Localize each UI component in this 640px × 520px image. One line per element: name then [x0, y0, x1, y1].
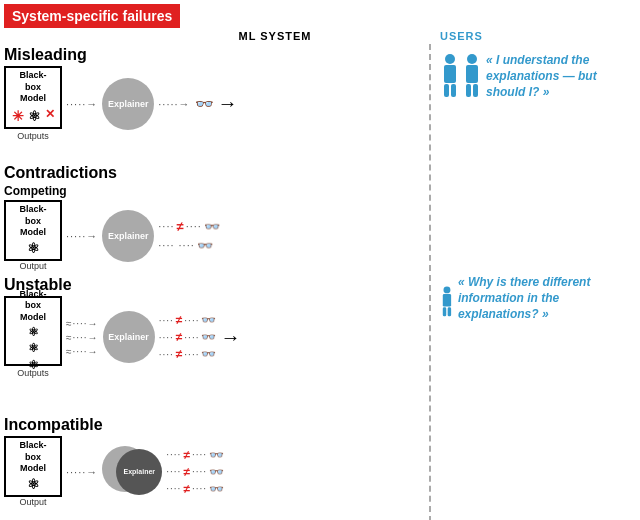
neq-i2: ≠ [183, 465, 190, 479]
dot-io1b: ···· [192, 449, 207, 460]
tilde-2: ≈ [66, 332, 72, 343]
tilde-1: ≈ [66, 318, 72, 329]
atom-u2: ⚛ [28, 341, 39, 357]
neq-u2: ≠ [176, 330, 183, 344]
dot-arrow-incompat: ·····→ [66, 466, 98, 478]
dot-arrow-1: ·····→ [66, 98, 98, 110]
glasses-blue-1: 👓 [197, 238, 213, 253]
atom-icon-incompat: ⚛ [27, 475, 40, 493]
dot-io2b: ···· [192, 466, 207, 477]
solid-arrow-unstable: → [220, 326, 240, 349]
dot-u3: ····→ [73, 346, 99, 357]
dot-uo3b: ···· [184, 349, 199, 360]
column-headers: ML SYSTEM USERS [0, 30, 640, 42]
misleading-explainer: Explainer [102, 78, 154, 130]
glasses-black-1: 👓 [204, 219, 220, 234]
solid-arrow-1: → [218, 92, 238, 115]
svg-rect-9 [443, 294, 451, 307]
star-icon: ✳ [12, 107, 24, 125]
neq-u3: ≠ [176, 347, 183, 361]
dot-arrow-4a: ···· [158, 220, 174, 232]
person-icon-1 [440, 52, 460, 98]
persons-misleading [440, 52, 482, 98]
glasses-ib1: 👓 [209, 448, 224, 462]
dot-uo1a: ···· [159, 315, 174, 326]
glasses-ub3: 👓 [201, 347, 216, 361]
dot-uo3a: ···· [159, 349, 174, 360]
person-icon-2 [462, 52, 482, 98]
glasses-ib3: 👓 [209, 482, 224, 496]
contradictions-label: Contradictions [4, 164, 636, 182]
tilde-3: ≈ [66, 346, 72, 357]
svg-rect-2 [444, 84, 449, 97]
dot-uo1b: ···· [184, 315, 199, 326]
dot-uo2b: ···· [184, 332, 199, 343]
outputs-label-unstable: Outputs [4, 368, 62, 378]
incompatible-section: Incompatible Black-boxModel ⚛ Output ···… [0, 414, 640, 509]
misleading-section: Misleading Black-boxModel ✳ ⚛ ✕ Outputs [0, 44, 640, 143]
incompatible-explainer-group: Explainer [102, 446, 162, 498]
dot-io3b: ···· [192, 483, 207, 494]
dot-uo2a: ···· [159, 332, 174, 343]
divider-line [429, 44, 431, 520]
svg-rect-5 [466, 65, 478, 83]
quote-unstable: « Why is there different information in … [458, 274, 635, 323]
dot-arrow-4b: ···· [186, 220, 202, 232]
neq-1: ≠ [177, 219, 184, 234]
x-icon: ✕ [45, 107, 55, 125]
quote-misleading: « I understand the explanations — but sh… [486, 52, 635, 101]
contradictions-section: Contradictions Competing Black-boxModel … [0, 162, 640, 273]
ml-system-header: ML SYSTEM [0, 30, 430, 42]
dot-arrow-3: ·····→ [66, 230, 98, 242]
users-header: USERS [430, 30, 640, 42]
atom-u1: ⚛ [28, 325, 39, 341]
unstable-bbox: Black-boxModel ⚛ ⚛ ⚛ [4, 296, 62, 366]
competing-explainer: Explainer [102, 210, 154, 262]
output-label-incompat: Output [19, 497, 46, 507]
glasses-ib2: 👓 [209, 465, 224, 479]
glasses-icon: 👓 [195, 95, 214, 113]
glasses-ub1: 👓 [201, 313, 216, 327]
header-banner: System-specific failures [4, 4, 180, 28]
dot-arrow-2: ·····→ [158, 98, 190, 110]
misleading-bbox: Black-boxModel ✳ ⚛ ✕ [4, 66, 62, 129]
glasses-ub2: 👓 [201, 330, 216, 344]
svg-rect-11 [448, 307, 451, 316]
dot-io1a: ···· [166, 449, 181, 460]
incompatible-bbox: Black-boxModel ⚛ [4, 436, 62, 497]
incompatible-label: Incompatible [4, 416, 636, 434]
dot-io2a: ···· [166, 466, 181, 477]
user-block-misleading: « I understand the explanations — but sh… [440, 52, 635, 101]
svg-rect-1 [444, 65, 456, 83]
svg-point-0 [445, 54, 455, 64]
atom-icon-competing: ⚛ [27, 239, 40, 257]
svg-point-4 [467, 54, 477, 64]
neq-i1: ≠ [183, 448, 190, 462]
dot-u1: ····→ [73, 318, 99, 329]
user-block-unstable: « Why is there different information in … [440, 274, 635, 328]
neq-i3: ≠ [183, 482, 190, 496]
dot-io3a: ···· [166, 483, 181, 494]
outputs-label: Outputs [4, 131, 62, 141]
competing-bbox: Black-boxModel ⚛ [4, 200, 62, 261]
competing-label: Competing [4, 184, 636, 198]
output-label-competing: Output [19, 261, 46, 271]
page-root: System-specific failures ML SYSTEM USERS… [0, 0, 640, 520]
person-icon-unstable [440, 274, 454, 328]
svg-rect-6 [466, 84, 471, 97]
unstable-explainer: Explainer [103, 311, 155, 363]
unstable-section: Unstable Black-boxModel ⚛ ⚛ ⚛ Outputs [0, 274, 640, 380]
dot-arrow-5a: ···· [158, 239, 174, 251]
svg-rect-10 [443, 307, 446, 316]
dot-u2: ····→ [73, 332, 99, 343]
atom-icon: ⚛ [28, 107, 41, 125]
svg-point-8 [443, 286, 450, 293]
neq-u1: ≠ [176, 313, 183, 327]
dot-arrow-5c: ···· [179, 239, 195, 251]
svg-rect-7 [473, 84, 478, 97]
svg-rect-3 [451, 84, 456, 97]
